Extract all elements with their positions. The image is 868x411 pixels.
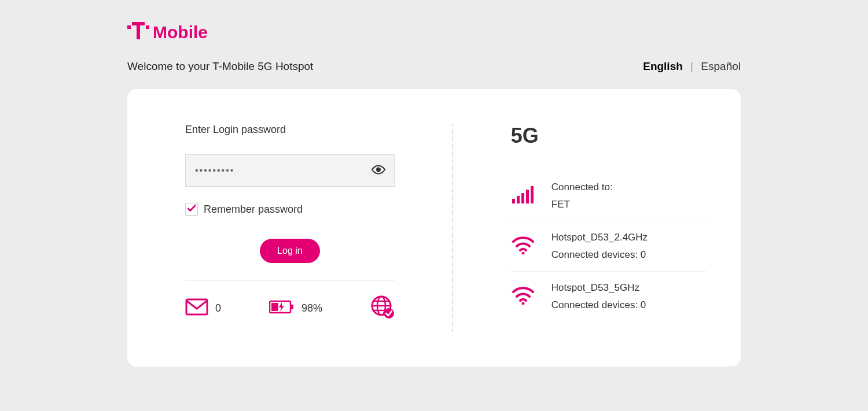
svg-point-22 <box>521 252 524 255</box>
svg-rect-8 <box>291 305 293 309</box>
network-panel: 5G Connected to: FET <box>453 124 741 332</box>
main-card: Enter Login password <box>127 89 741 366</box>
messages-status: 0 <box>185 298 221 319</box>
svg-rect-0 <box>127 25 131 29</box>
login-button[interactable]: Log in <box>260 239 320 263</box>
svg-rect-19 <box>521 193 524 203</box>
wifi-icon <box>512 286 535 307</box>
language-switcher: English | Español <box>643 60 741 73</box>
messages-count: 0 <box>215 302 221 314</box>
svg-rect-20 <box>526 190 529 203</box>
battery-status: 98% <box>269 299 322 317</box>
login-password-label: Enter Login password <box>185 124 395 136</box>
internet-status <box>370 295 395 322</box>
login-panel: Enter Login password <box>127 124 453 332</box>
svg-rect-9 <box>271 303 278 311</box>
ssid-5ghz: Hotspot_D53_5GHz <box>551 282 646 294</box>
remember-password-checkbox[interactable] <box>185 203 198 216</box>
show-password-button[interactable] <box>369 161 388 181</box>
eye-icon <box>372 170 385 179</box>
carrier-name: FET <box>551 199 613 210</box>
connected-to-label: Connected to: <box>551 182 613 193</box>
tmobile-logo: Mobile <box>127 22 741 43</box>
wifi-24-row: Hotspot_D53_2.4GHz Connected devices: 0 <box>511 221 706 271</box>
lang-espanol-link[interactable]: Español <box>701 60 741 72</box>
svg-point-5 <box>377 168 380 172</box>
svg-rect-17 <box>512 199 515 203</box>
envelope-icon <box>185 298 208 319</box>
svg-point-16 <box>384 308 394 319</box>
battery-percentage: 98% <box>301 302 322 314</box>
password-input[interactable] <box>185 154 395 187</box>
svg-rect-18 <box>517 196 520 203</box>
status-row: 0 98% <box>185 295 395 322</box>
ssid-24ghz: Hotspot_D53_2.4GHz <box>551 232 648 243</box>
devices-5ghz: Connected devices: 0 <box>551 299 646 311</box>
svg-rect-6 <box>186 299 207 314</box>
remember-password-label: Remember password <box>204 203 303 216</box>
svg-point-23 <box>521 302 524 305</box>
devices-24ghz: Connected devices: 0 <box>551 249 648 261</box>
svg-rect-21 <box>531 186 534 203</box>
wifi-icon <box>512 236 535 257</box>
carrier-row: Connected to: FET <box>511 171 706 221</box>
svg-marker-10 <box>279 302 284 312</box>
globe-check-icon <box>370 295 395 322</box>
signal-bars-icon <box>512 186 534 206</box>
svg-rect-2 <box>137 22 140 39</box>
svg-rect-3 <box>146 25 149 29</box>
wifi-5-row: Hotspot_D53_5GHz Connected devices: 0 <box>511 272 706 321</box>
battery-charging-icon <box>269 299 295 317</box>
check-icon <box>186 203 197 216</box>
lang-english-link[interactable]: English <box>643 60 683 72</box>
divider <box>185 280 395 281</box>
svg-text:Mobile: Mobile <box>153 23 208 42</box>
network-mode: 5G <box>511 124 706 148</box>
lang-separator: | <box>690 60 693 72</box>
welcome-text: Welcome to your T-Mobile 5G Hotspot <box>127 60 313 73</box>
